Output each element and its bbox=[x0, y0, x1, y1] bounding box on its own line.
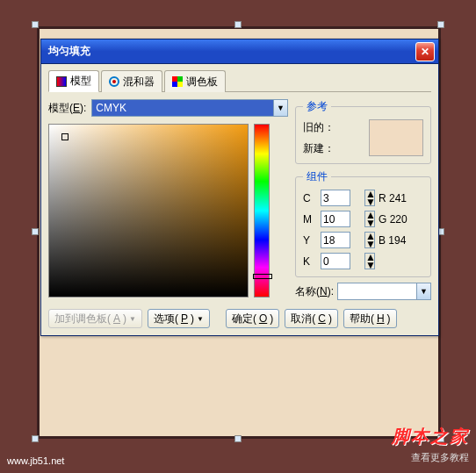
model-icon bbox=[56, 76, 67, 87]
tab-label: 模型 bbox=[70, 74, 91, 89]
components-group: 组件 C▲▼R 241M▲▼G 220Y▲▼B 194K▲▼ bbox=[295, 169, 431, 277]
channel-label: K bbox=[303, 255, 317, 268]
tab-label: 调色板 bbox=[186, 75, 218, 90]
new-color-label: 新建： bbox=[303, 141, 343, 156]
reference-legend: 参考 bbox=[303, 99, 331, 114]
color-swatch bbox=[369, 119, 423, 156]
channel-input-k[interactable] bbox=[321, 253, 350, 269]
palette-icon bbox=[172, 76, 183, 87]
chevron-down-icon: ▼ bbox=[197, 315, 204, 323]
chevron-down-icon[interactable]: ▼ bbox=[273, 100, 287, 116]
color-field-marker[interactable] bbox=[61, 133, 69, 140]
channel-label: Y bbox=[303, 234, 317, 247]
channel-input-m[interactable] bbox=[321, 211, 350, 227]
titlebar[interactable]: 均匀填充 ✕ bbox=[41, 39, 438, 64]
rgb-readout: B 194 bbox=[379, 234, 408, 247]
mixer-icon bbox=[109, 76, 119, 87]
rgb-readout: R 241 bbox=[379, 192, 408, 204]
tab-label: 混和器 bbox=[123, 75, 155, 90]
name-label: 名称(N): bbox=[295, 284, 334, 299]
tab-strip: 模型 混和器 调色板 bbox=[48, 69, 431, 92]
components-legend: 组件 bbox=[303, 169, 331, 184]
name-combobox[interactable]: ▼ bbox=[337, 283, 431, 300]
selection-handle[interactable] bbox=[32, 435, 39, 442]
selection-handle[interactable] bbox=[32, 21, 39, 28]
uniform-fill-dialog: 均匀填充 ✕ 模型 混和器 调色板 模型(E): CMYK bbox=[40, 39, 439, 336]
spinner[interactable]: ▲▼ bbox=[364, 190, 375, 206]
old-color-label: 旧的： bbox=[303, 120, 343, 135]
channel-input-y[interactable] bbox=[321, 232, 350, 248]
tab-model[interactable]: 模型 bbox=[48, 70, 99, 92]
hue-slider[interactable] bbox=[254, 124, 270, 297]
selection-handle[interactable] bbox=[234, 21, 242, 28]
ok-button[interactable]: 确定(O) bbox=[226, 309, 279, 328]
model-combobox[interactable]: CMYK ▼ bbox=[91, 99, 288, 117]
channel-input-c[interactable] bbox=[321, 190, 350, 206]
help-button[interactable]: 帮助(H) bbox=[343, 309, 397, 328]
dialog-title: 均匀填充 bbox=[48, 44, 415, 59]
watermark: 脚本之家 bbox=[392, 425, 469, 448]
watermark: 查看更多教程 bbox=[411, 451, 469, 464]
options-button[interactable]: 选项(P)▼ bbox=[148, 309, 210, 328]
chevron-down-icon: ▼ bbox=[129, 315, 136, 323]
cancel-button[interactable]: 取消(C) bbox=[285, 309, 338, 328]
rgb-readout: G 220 bbox=[379, 213, 408, 226]
spinner[interactable]: ▲▼ bbox=[364, 211, 375, 227]
spinner[interactable]: ▲▼ bbox=[364, 232, 375, 248]
selection-handle[interactable] bbox=[32, 228, 39, 235]
spinner[interactable]: ▲▼ bbox=[364, 253, 375, 269]
selection-handle[interactable] bbox=[234, 435, 242, 442]
add-to-palette-button: 加到调色板(A)▼ bbox=[48, 309, 142, 328]
tab-palette[interactable]: 调色板 bbox=[164, 70, 226, 92]
watermark: www.jb51.net bbox=[7, 455, 64, 466]
channel-label: M bbox=[303, 213, 317, 226]
hue-marker[interactable] bbox=[253, 274, 272, 279]
reference-group: 参考 旧的： 新建： bbox=[295, 99, 431, 164]
channel-label: C bbox=[303, 192, 317, 204]
model-value: CMYK bbox=[96, 102, 126, 114]
color-field[interactable] bbox=[48, 124, 249, 297]
model-label: 模型(E): bbox=[48, 101, 86, 116]
chevron-down-icon[interactable]: ▼ bbox=[416, 283, 430, 299]
selection-handle[interactable] bbox=[437, 21, 444, 28]
close-icon: ✕ bbox=[421, 46, 429, 58]
tab-mixer[interactable]: 混和器 bbox=[101, 70, 162, 92]
close-button[interactable]: ✕ bbox=[415, 42, 435, 61]
